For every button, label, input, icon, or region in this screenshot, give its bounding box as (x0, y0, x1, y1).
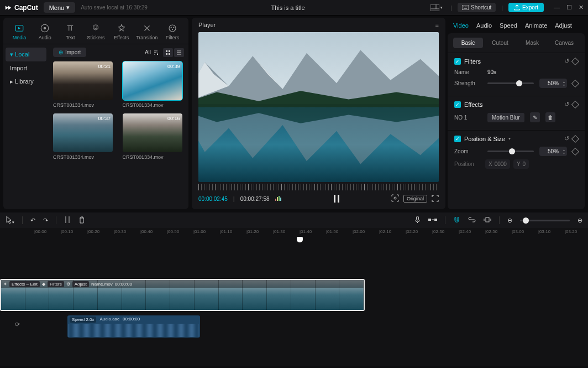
keyframe-icon[interactable] (571, 79, 579, 87)
menu-button[interactable]: Menu ▾ (44, 2, 76, 13)
sidebar-item-library[interactable]: ▸ Library (3, 75, 49, 89)
tool-tab-filters[interactable]: Filters (160, 21, 185, 44)
audio-clip[interactable]: Speed 2.0x Audio.aac 00:00:00 (67, 315, 200, 338)
project-title[interactable]: This is a title (153, 4, 423, 11)
maximize-icon[interactable]: ☐ (566, 4, 572, 11)
import-button[interactable]: ⊕ Import (53, 48, 86, 57)
position-x[interactable]: X0000 (485, 159, 510, 169)
player-ruler[interactable] (198, 184, 439, 190)
time-ruler[interactable]: |00:00|00:10|00:20|00:30|00:40|00:50|01:… (34, 228, 588, 237)
svg-rect-29 (279, 196, 280, 201)
svg-point-4 (463, 7, 464, 7)
svg-point-33 (394, 197, 396, 199)
svg-point-12 (95, 27, 96, 28)
scale-icon[interactable] (391, 194, 399, 203)
right-tab-video[interactable]: Video (453, 22, 469, 29)
keyframe-icon[interactable] (571, 100, 579, 108)
magnet-icon[interactable] (453, 216, 460, 225)
fullscreen-icon[interactable] (432, 195, 439, 203)
preview-trim-icon[interactable] (484, 216, 491, 224)
filters-checkbox[interactable]: ✓ (454, 58, 461, 65)
subtab-basic[interactable]: Basic (453, 38, 483, 48)
right-tab-audio[interactable]: Audio (476, 22, 492, 29)
redo-icon[interactable]: ↷ (43, 217, 48, 224)
undo-icon[interactable]: ↶ (30, 217, 35, 224)
timeline: ▾ ↶ ↷ ⊖ ⊕ |00:00|00:10|00:20|00:30|00:40… (0, 212, 588, 366)
svg-rect-27 (275, 199, 276, 201)
zoom-slider[interactable] (487, 151, 534, 152)
minimize-icon[interactable]: — (554, 4, 560, 11)
delete-icon[interactable]: 🗑 (545, 112, 555, 122)
svg-rect-31 (334, 195, 335, 203)
player-menu-icon[interactable]: ≡ (435, 22, 439, 28)
tool-tab-stickers[interactable]: Stickers (83, 21, 108, 44)
right-tab-animate[interactable]: Animate (525, 22, 547, 29)
main-track-icon[interactable] (428, 217, 437, 224)
chevron-down-icon[interactable]: ▾ (508, 136, 511, 141)
zoom-value[interactable]: 50%▴▾ (539, 147, 567, 156)
reset-icon[interactable]: ↺ (564, 135, 569, 142)
subtab-cutout[interactable]: Cutout (485, 38, 515, 48)
tool-tab-text[interactable]: Text (57, 21, 83, 44)
view-list-icon[interactable] (174, 48, 184, 57)
position-y[interactable]: Y0 (513, 159, 529, 169)
shortcut-button[interactable]: Shortcut (458, 3, 496, 12)
effect-name: Motion Blur (487, 113, 524, 122)
zoom-slider-timeline[interactable] (520, 220, 570, 221)
tool-tab-media[interactable]: Media (7, 21, 32, 44)
position-checkbox[interactable]: ✓ (454, 136, 461, 142)
close-icon[interactable]: ✕ (579, 4, 584, 11)
zoom-out-icon[interactable]: ⊖ (507, 217, 512, 224)
effects-badge-icon: ✦ (3, 282, 7, 287)
subtab-mask[interactable]: Mask (517, 38, 547, 48)
link-icon[interactable] (468, 217, 476, 224)
pointer-tool-icon[interactable]: ▾ (6, 216, 14, 225)
effects-checkbox[interactable]: ✓ (454, 101, 461, 108)
media-clip[interactable]: 00:21CRST001334.mov (53, 61, 115, 108)
track-lock-icon[interactable]: ⟳ (15, 321, 20, 328)
tool-tab-audio[interactable]: Audio (32, 21, 57, 44)
sidebar-item-local[interactable]: ▾ Local (6, 48, 46, 61)
keyframe-icon[interactable] (571, 134, 579, 142)
tool-tab-effects[interactable]: Effects (109, 21, 134, 44)
svg-point-16 (173, 27, 174, 28)
strength-value[interactable]: 50%▴▾ (539, 79, 567, 88)
sidebar-item-import[interactable]: Import (3, 61, 49, 75)
layout-icon[interactable]: ▾ (428, 3, 445, 12)
export-button[interactable]: Export (508, 3, 544, 12)
original-badge[interactable]: Original (403, 195, 427, 203)
reset-icon[interactable]: ↺ (564, 101, 569, 108)
media-clip[interactable]: 00:16CRST001334.mov (123, 113, 185, 160)
media-clip[interactable]: 00:39CRST001334.mov (123, 61, 185, 108)
strength-slider[interactable] (487, 82, 534, 84)
edit-icon[interactable]: ✎ (530, 112, 540, 122)
right-tab-speed[interactable]: Speed (500, 22, 517, 29)
svg-point-17 (172, 29, 173, 30)
levels-icon[interactable] (275, 195, 282, 202)
trash-icon[interactable] (78, 216, 85, 225)
timeline-body[interactable]: |00:00|00:10|00:20|00:30|00:40|00:50|01:… (0, 228, 588, 366)
svg-rect-28 (277, 197, 278, 201)
reset-icon[interactable]: ↺ (564, 58, 569, 65)
media-clip[interactable]: 00:37CRST001334.mov (53, 113, 115, 160)
media-sidebar: ▾ LocalImport▸ Library (3, 44, 49, 209)
video-clip[interactable]: ✦ Effects – Edit ◆ Filters ⚙ Adjust Name… (0, 279, 365, 311)
player-panel: Player ≡ 00:00:02:45 (192, 18, 445, 209)
sort-dropdown[interactable]: All (145, 49, 159, 55)
svg-rect-38 (434, 219, 437, 221)
right-tab-adjust[interactable]: Adjust (555, 22, 572, 29)
tool-tab-transition[interactable]: Transition (134, 21, 160, 44)
svg-point-13 (96, 27, 97, 28)
svg-point-11 (93, 25, 98, 30)
time-total: 00:00:27:58 (240, 196, 270, 202)
player-viewport[interactable] (198, 32, 439, 182)
split-icon[interactable] (64, 216, 71, 225)
zoom-in-icon[interactable]: ⊕ (578, 217, 582, 224)
view-grid-icon[interactable] (163, 48, 173, 57)
timeline-toolbar: ▾ ↶ ↷ ⊖ ⊕ (0, 212, 588, 228)
pause-button[interactable] (331, 194, 342, 204)
keyframe-icon[interactable] (571, 57, 579, 65)
mic-icon[interactable] (414, 216, 421, 225)
subtab-canvas[interactable]: Canvas (549, 38, 579, 48)
keyframe-icon[interactable] (571, 147, 579, 155)
